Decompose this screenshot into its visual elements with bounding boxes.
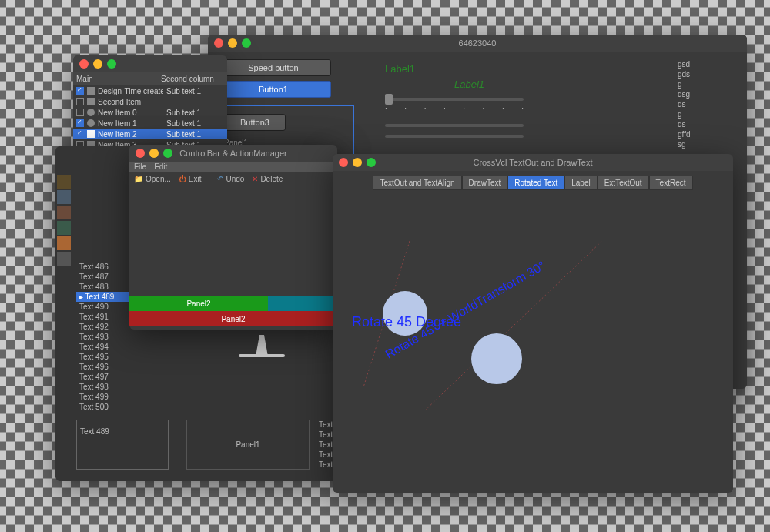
item-label: New Item 2 — [98, 130, 163, 139]
tab-label[interactable]: Label — [564, 176, 597, 190]
menu-bar: File Edit — [129, 162, 337, 172]
checkbox[interactable] — [76, 87, 84, 95]
tool-icon[interactable] — [57, 206, 71, 219]
label1-italic: Label1 — [454, 79, 484, 90]
label1-green: Label1 — [385, 63, 415, 75]
titlebar-list[interactable] — [73, 55, 227, 72]
checkbox[interactable] — [76, 130, 84, 138]
window-textout: CrossVcl TextOut and DrawText TextOut an… — [333, 154, 733, 493]
list-item[interactable]: Design-Time created itemSub text 1 — [73, 85, 227, 96]
list-item[interactable]: sg — [678, 139, 739, 149]
tab-textout-and-textalign[interactable]: TextOut and TextAlign — [373, 176, 461, 190]
tab-textrect[interactable]: TextRect — [649, 176, 693, 190]
tool-icon[interactable] — [57, 221, 71, 235]
panel2-teal — [268, 296, 337, 311]
item-sub: Sub text 1 — [166, 119, 201, 128]
titlebar-main[interactable]: 64623040 — [208, 35, 747, 52]
checkbox[interactable] — [76, 119, 84, 127]
list-item[interactable]: New Item 0Sub text 1 — [73, 107, 227, 118]
panel2-green: Panel2 — [129, 296, 268, 311]
menu-edit[interactable]: Edit — [154, 162, 167, 171]
button3[interactable]: Button3 — [224, 114, 286, 131]
text-item[interactable]: Text 495 — [76, 352, 142, 362]
list-item[interactable]: g — [678, 109, 739, 119]
text-item[interactable]: Text 493 — [76, 332, 142, 342]
button1[interactable]: Button1 — [216, 81, 331, 98]
canvas: Rotate 45 Degree Rotate 45° + WorldTrans… — [333, 195, 733, 487]
titlebar-action[interactable]: ControlBar & ActionManager — [129, 145, 337, 162]
footer-text: Text 489 — [80, 427, 109, 436]
tb-undo[interactable]: ↶Undo — [217, 175, 244, 183]
list-item[interactable]: New Item 2Sub text 1 — [73, 129, 227, 139]
close-icon[interactable] — [79, 59, 89, 69]
slider-thumb[interactable] — [385, 94, 393, 105]
tab-exttextout[interactable]: ExtTextOut — [598, 176, 649, 190]
col-main[interactable]: Main — [76, 75, 161, 83]
tool-icon[interactable] — [57, 175, 71, 189]
item-sub: Sub text 1 — [166, 109, 201, 117]
speed-button[interactable]: Speed button — [216, 59, 331, 76]
window-title: ControlBar & ActionManager — [129, 149, 337, 158]
list-item[interactable]: Second Item — [73, 96, 227, 107]
circle-icon — [87, 119, 95, 127]
tb-exit[interactable]: ⏻Exit — [179, 175, 202, 183]
text-item[interactable]: Text 498 — [76, 382, 142, 392]
window-actionmanager: ControlBar & ActionManager File Edit 📁Op… — [129, 145, 337, 330]
panel1: Panel1 — [186, 420, 310, 470]
menu-file[interactable]: File — [134, 162, 146, 171]
zoom-icon[interactable] — [107, 59, 116, 69]
monitor-stand-icon — [231, 335, 293, 366]
col-second[interactable]: Second column — [161, 75, 214, 83]
panel2-red: Panel2 — [129, 311, 337, 326]
tool-strip — [55, 173, 72, 267]
diamond-icon — [87, 87, 95, 95]
tool-icon[interactable] — [57, 252, 71, 266]
list-item[interactable]: gffd — [678, 129, 739, 139]
text-item[interactable]: Text 499 — [76, 392, 142, 402]
arrow-icon — [87, 130, 95, 138]
footer-box: Text 489 — [76, 420, 169, 470]
text-item[interactable]: Text 500 — [76, 402, 142, 412]
list-item[interactable]: g — [678, 79, 739, 89]
checkbox[interactable] — [76, 109, 84, 116]
list-item[interactable]: ds — [678, 119, 739, 129]
item-label: Design-Time created item — [98, 87, 163, 95]
tool-icon[interactable] — [57, 190, 71, 204]
list-item[interactable]: gds — [678, 69, 739, 79]
tool-icon[interactable] — [57, 236, 71, 250]
item-sub: Sub text 1 — [166, 87, 201, 95]
list-item[interactable]: gsd — [678, 59, 739, 69]
tb-delete[interactable]: ✕Delete — [252, 175, 283, 183]
slider-track[interactable] — [385, 98, 524, 101]
checkbox[interactable] — [76, 98, 84, 105]
tb-open[interactable]: 📁Open... — [134, 175, 171, 183]
text-item[interactable]: Text 494 — [76, 342, 142, 352]
text-item[interactable]: Text 497 — [76, 372, 142, 382]
list-item[interactable]: New Item 1Sub text 1 — [73, 118, 227, 129]
toolbar: 📁Open... ⏻Exit ↶Undo ✕Delete — [129, 172, 337, 186]
tabbar: TextOut and TextAlignDrawTextRotated Tex… — [333, 171, 733, 195]
progress-bar — [385, 135, 524, 138]
circle-icon — [87, 109, 95, 116]
circle-2 — [471, 333, 522, 384]
list-item[interactable]: ds — [678, 99, 739, 109]
text-item[interactable]: Text 496 — [76, 362, 142, 372]
tab-drawtext[interactable]: DrawText — [462, 176, 508, 190]
list-item[interactable]: dsg — [678, 89, 739, 99]
window-title: CrossVcl TextOut and DrawText — [333, 158, 733, 167]
minimize-icon[interactable] — [93, 59, 102, 69]
titlebar-text[interactable]: CrossVcl TextOut and DrawText — [333, 154, 733, 171]
item-sub: Sub text 1 — [166, 130, 201, 139]
item-label: New Item 1 — [98, 119, 163, 128]
tab-rotated-text[interactable]: Rotated Text — [507, 176, 564, 190]
item-label: Second Item — [98, 98, 163, 106]
item-label: New Item 0 — [98, 109, 163, 117]
window-title: 64623040 — [208, 38, 747, 48]
progress-bar — [385, 124, 524, 127]
pencil-icon — [87, 98, 95, 105]
